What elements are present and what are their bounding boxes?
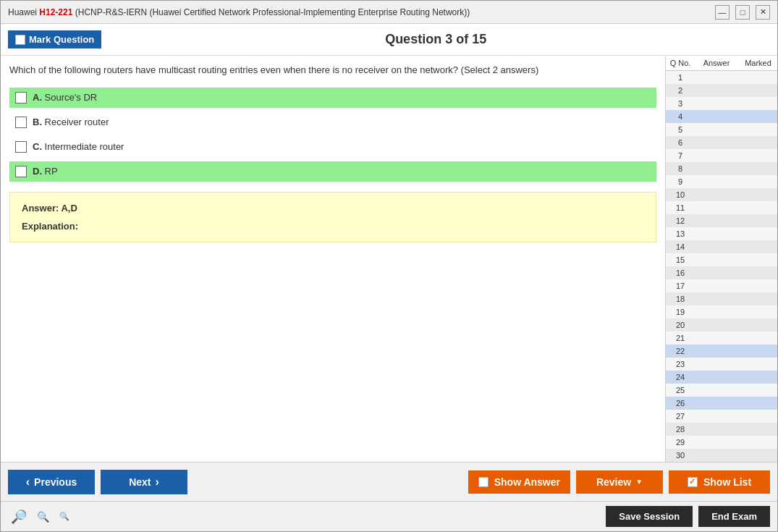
qlist-cell-marked <box>738 255 777 265</box>
option-d-checkbox[interactable] <box>15 166 27 177</box>
minimize-button[interactable]: — <box>715 5 730 20</box>
qlist-row[interactable]: 15 <box>666 253 777 266</box>
qlist-cell-num: 18 <box>666 294 695 304</box>
zoom-out-button[interactable]: 🔍 <box>56 510 72 523</box>
qlist-row[interactable]: 8 <box>666 162 777 175</box>
mark-question-button[interactable]: Mark Question <box>8 30 101 48</box>
qlist-row[interactable]: 19 <box>666 305 777 318</box>
qlist-row[interactable]: 4 <box>666 110 777 123</box>
zoom-in-button[interactable]: 🔎 <box>8 507 30 526</box>
qlist-cell-answer <box>695 346 738 356</box>
qlist-row[interactable]: 13 <box>666 227 777 240</box>
qlist-cell-marked <box>738 190 777 200</box>
maximize-button[interactable]: □ <box>735 5 750 20</box>
qlist-row[interactable]: 25 <box>666 384 777 397</box>
qlist-row[interactable]: 11 <box>666 201 777 214</box>
qlist-row[interactable]: 26 <box>666 397 777 410</box>
next-label: Next <box>129 476 151 488</box>
qlist-row[interactable]: 6 <box>666 136 777 149</box>
qlist-row[interactable]: 9 <box>666 175 777 188</box>
qlist-row[interactable]: 14 <box>666 240 777 253</box>
qlist-cell-answer <box>695 411 738 421</box>
qlist-row[interactable]: 20 <box>666 318 777 332</box>
prev-arrow-icon: ‹ <box>26 476 30 489</box>
qlist-row[interactable]: 22 <box>666 345 777 358</box>
qlist-cell-marked <box>738 216 777 226</box>
qlist-row[interactable]: 29 <box>666 436 777 449</box>
review-label: Review <box>596 476 631 488</box>
qlist-cell-marked <box>738 398 777 408</box>
qlist-cell-marked <box>738 85 777 96</box>
qlist-cell-num: 22 <box>666 346 695 356</box>
qlist-cell-answer <box>695 229 738 239</box>
previous-label: Previous <box>34 476 77 488</box>
next-arrow-icon: › <box>156 476 159 489</box>
zoom-normal-button[interactable]: 🔍 <box>34 510 52 524</box>
previous-button[interactable]: ‹ Previous <box>8 470 95 494</box>
qlist-row[interactable]: 12 <box>666 214 777 227</box>
save-session-button[interactable]: Save Session <box>606 506 693 527</box>
qlist-row[interactable]: 1 <box>666 71 777 84</box>
save-session-label: Save Session <box>619 511 680 522</box>
qlist-row[interactable]: 28 <box>666 423 777 436</box>
qlist-header-qno: Q No. <box>666 59 695 67</box>
qlist-row[interactable]: 7 <box>666 149 777 162</box>
qlist-cell-num: 28 <box>666 424 695 434</box>
option-a-checkbox[interactable] <box>15 92 27 104</box>
qlist-cell-answer <box>695 177 738 187</box>
show-list-button[interactable]: ✓ Show List <box>669 470 770 494</box>
qlist-cell-answer <box>695 216 738 226</box>
qlist-body[interactable]: 1 2 3 4 5 6 7 8 <box>666 71 777 462</box>
option-a[interactable]: A. Source's DR <box>9 88 656 108</box>
question-list-panel: Q No. Answer Marked 1 2 3 4 5 <box>665 56 777 462</box>
option-b[interactable]: B. Receiver router <box>9 112 656 132</box>
qlist-row[interactable]: 2 <box>666 84 777 97</box>
qlist-row[interactable]: 27 <box>666 410 777 423</box>
qlist-cell-marked <box>738 98 777 109</box>
qlist-row[interactable]: 24 <box>666 371 777 384</box>
next-button[interactable]: Next › <box>101 470 187 494</box>
qlist-row[interactable]: 18 <box>666 292 777 305</box>
option-b-checkbox[interactable] <box>15 117 27 128</box>
end-exam-button[interactable]: End Exam <box>698 506 770 527</box>
qlist-cell-answer <box>695 307 738 317</box>
review-button[interactable]: Review ▼ <box>576 470 663 494</box>
product-desc: (HCNP-R&S-IERN (Huawei Certified Network… <box>72 7 470 17</box>
option-a-text: A. Source's DR <box>33 92 97 103</box>
qlist-cell-num: 20 <box>666 320 695 330</box>
show-answer-icon <box>478 477 489 487</box>
qlist-cell-marked <box>738 411 777 421</box>
qlist-cell-num: 23 <box>666 359 695 369</box>
option-b-text: B. Receiver router <box>33 117 109 127</box>
qlist-header: Q No. Answer Marked <box>666 56 777 71</box>
qlist-cell-marked <box>738 151 777 161</box>
option-c-checkbox[interactable] <box>15 141 27 153</box>
question-text: Which of the following routers have mult… <box>9 63 656 77</box>
qlist-cell-num: 27 <box>666 411 695 421</box>
qlist-row[interactable]: 23 <box>666 358 777 371</box>
qlist-row[interactable]: 30 <box>666 449 777 462</box>
option-c[interactable]: C. Intermediate router <box>9 137 656 157</box>
show-answer-button[interactable]: Show Answer <box>468 470 570 494</box>
qlist-cell-num: 6 <box>666 138 695 148</box>
show-answer-label: Show Answer <box>494 476 560 488</box>
qlist-row[interactable]: 17 <box>666 279 777 292</box>
qlist-row[interactable]: 21 <box>666 332 777 345</box>
option-d[interactable]: D. RP <box>9 161 656 182</box>
qlist-row[interactable]: 5 <box>666 123 777 136</box>
qlist-cell-marked <box>738 359 777 369</box>
show-list-check-icon: ✓ <box>688 477 698 487</box>
qlist-cell-marked <box>738 242 777 252</box>
qlist-cell-answer <box>695 385 738 395</box>
qlist-row[interactable]: 3 <box>666 97 777 110</box>
qlist-cell-num: 19 <box>666 307 695 317</box>
qlist-cell-marked <box>738 72 777 83</box>
qlist-row[interactable]: 16 <box>666 266 777 279</box>
qlist-row[interactable]: 10 <box>666 188 777 201</box>
close-button[interactable]: ✕ <box>756 5 770 20</box>
qlist-cell-marked <box>738 333 777 343</box>
options-list: A. Source's DR B. Receiver router C. Int… <box>9 88 656 182</box>
main-area: Which of the following routers have mult… <box>1 56 777 462</box>
qlist-cell-marked <box>738 111 777 122</box>
session-exam-buttons: Save Session End Exam <box>606 506 770 527</box>
